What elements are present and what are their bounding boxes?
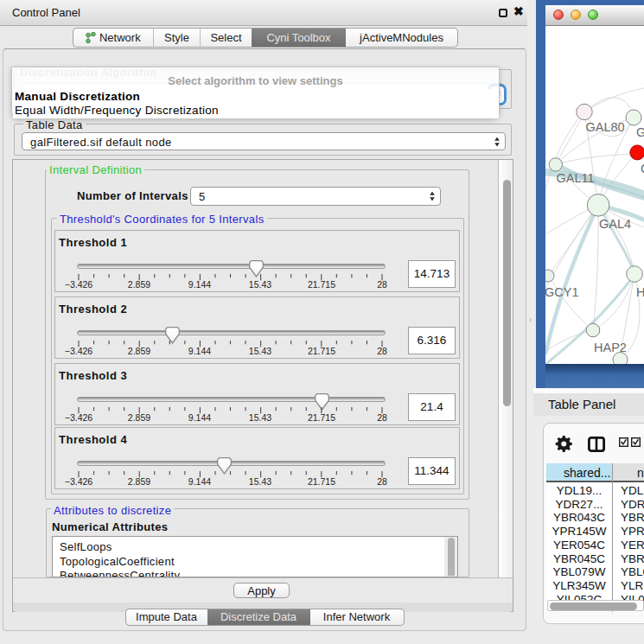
svg-text:GAL80: GAL80 bbox=[586, 120, 625, 134]
svg-text:GAL4: GAL4 bbox=[599, 217, 631, 231]
svg-text:C: C bbox=[641, 162, 644, 175]
svg-text:H: H bbox=[636, 285, 644, 299]
svg-text:G...: G... bbox=[636, 125, 644, 139]
svg-text:GAL11: GAL11 bbox=[557, 171, 595, 185]
svg-text:GCY1: GCY1 bbox=[545, 285, 579, 299]
svg-text:HAP2: HAP2 bbox=[594, 341, 627, 354]
